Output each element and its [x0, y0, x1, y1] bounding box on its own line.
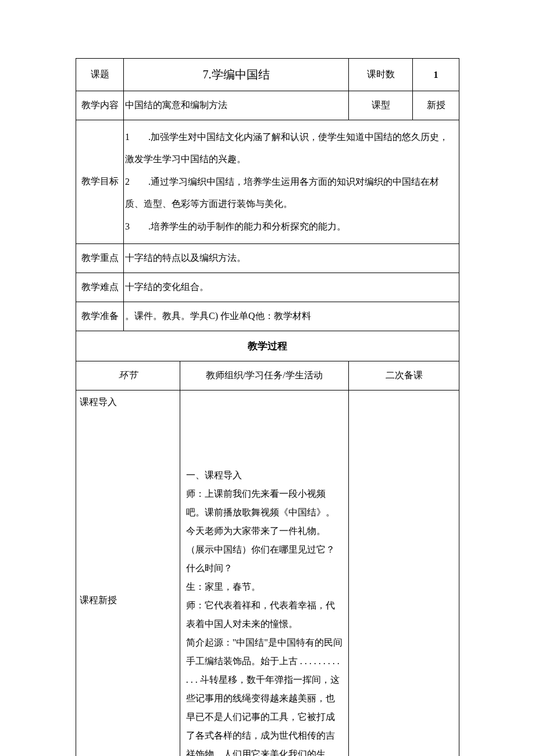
keypoint-label: 教学重点	[76, 243, 124, 273]
type-value: 新授	[413, 91, 459, 120]
goals-content: 1 .加强学生对中国结文化内涵了解和认识，使学生知道中国结的悠久历史，激发学生学…	[124, 120, 459, 244]
notes-column	[349, 390, 459, 756]
goal-item-3: 3 .培养学生的动手制作的能力和分析探究的能力。	[125, 216, 456, 238]
hours-value: 1	[413, 59, 459, 91]
process-title: 教学过程	[76, 331, 459, 361]
lesson-plan-table: 课题 7.学编中国结 课时数 1 教学内容 中国结的寓意和编制方法 课型 新授 …	[76, 58, 459, 756]
stage-column: 课程导入 课程新授	[76, 390, 180, 756]
hours-label: 课时数	[349, 59, 413, 91]
topic-label: 课题	[76, 59, 124, 91]
stage-new: 课程新授	[80, 594, 177, 607]
topic-value: 7.学编中国结	[124, 59, 349, 91]
col-notes-label: 二次备课	[349, 361, 459, 390]
content-label: 教学内容	[76, 91, 124, 120]
col-activity-label: 教师组织/学习任务/学生活动	[180, 361, 348, 390]
keypoint-value: 十字结的特点以及编织方法。	[124, 243, 459, 273]
goal-item-1: 1 .加强学生对中国结文化内涵了解和认识，使学生知道中国结的悠久历史，激发学生学…	[125, 126, 456, 171]
goal-item-2: 2 .通过学习编织中国结，培养学生运用各方面的知识对编织的中国结在材质、造型、色…	[125, 171, 456, 216]
difficulty-label: 教学难点	[76, 273, 124, 302]
difficulty-value: 十字结的变化组合。	[124, 273, 459, 302]
stage-intro: 课程导入	[80, 397, 117, 407]
goals-label: 教学目标	[76, 120, 124, 244]
prep-label: 教学准备	[76, 302, 124, 331]
content-value: 中国结的寓意和编制方法	[124, 91, 349, 120]
col-stage-label: 环节	[76, 361, 180, 390]
activity-body: 一、课程导入 师：上课前我们先来看一段小视频吧。课前播放歌舞视频《中国结》。今天…	[180, 390, 348, 756]
type-label: 课型	[349, 91, 413, 120]
prep-value: 。课件。教具。学具C) 作业单Q他：教学材料	[124, 302, 459, 331]
